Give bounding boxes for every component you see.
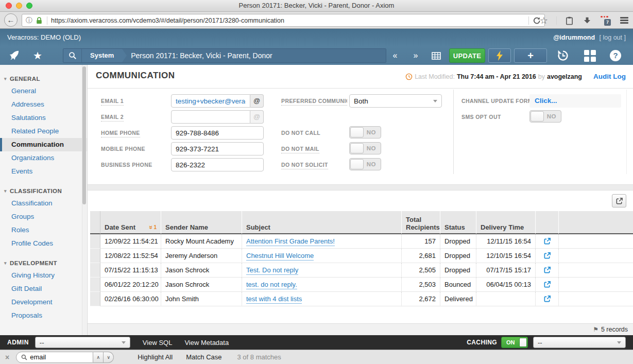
- subject-link[interactable]: test. do not reply.: [246, 281, 297, 289]
- mobile-phone-input[interactable]: [171, 142, 264, 155]
- by-label: by: [538, 73, 545, 80]
- sidebar-item-general[interactable]: General: [0, 84, 87, 98]
- subject-link[interactable]: Attention First Grade Parents!: [246, 237, 335, 246]
- find-input[interactable]: email: [16, 352, 93, 363]
- sidebar-item-salutations[interactable]: Salutations: [0, 111, 87, 125]
- menu-icon[interactable]: [620, 16, 628, 25]
- grid-view-icon[interactable]: [430, 46, 443, 65]
- email1-input[interactable]: [171, 94, 250, 108]
- column-header-total-recipients[interactable]: Total Recipients: [402, 211, 440, 234]
- sidebar-item-related-people[interactable]: Related People: [0, 125, 87, 138]
- open-record-button[interactable]: [536, 234, 559, 249]
- info-icon[interactable]: ⓘ: [26, 16, 32, 25]
- column-header-date-sent[interactable]: Date Sent »1: [100, 211, 161, 234]
- apps-grid-icon[interactable]: [582, 46, 597, 65]
- back-button[interactable]: ←: [4, 13, 18, 27]
- sidebar-section-classification[interactable]: ▾CLASSIFICATION: [0, 185, 87, 197]
- find-next-button[interactable]: ∨: [104, 352, 114, 363]
- open-record-button[interactable]: [536, 278, 559, 292]
- open-record-button[interactable]: [536, 292, 559, 306]
- highlight-all-button[interactable]: Highlight All: [138, 353, 173, 361]
- downloads-icon[interactable]: [583, 16, 591, 25]
- do-not-solicit-toggle[interactable]: NO: [349, 158, 381, 170]
- column-header-status[interactable]: Status: [440, 211, 476, 234]
- column-header-delivery-time[interactable]: Delivery Time: [476, 211, 536, 234]
- search-icon: [69, 51, 77, 60]
- admin-dropdown-2[interactable]: --: [533, 337, 626, 348]
- sidebar-item-profile-codes[interactable]: Profile Codes: [0, 237, 87, 250]
- cell-total-recipients: 2,672: [402, 292, 440, 306]
- column-header-subject[interactable]: Subject: [242, 211, 402, 234]
- email2-at-button[interactable]: @: [250, 110, 264, 124]
- sidebar-item-development[interactable]: Development: [0, 296, 87, 309]
- email2-input[interactable]: [171, 110, 250, 124]
- search-button[interactable]: [63, 49, 82, 62]
- email1-at-button[interactable]: @: [250, 94, 264, 108]
- sidebar-item-gift-detail[interactable]: Gift Detail: [0, 282, 87, 296]
- channel-update-form-link[interactable]: Click...: [535, 97, 557, 105]
- column-header-sender-name[interactable]: Sender Name: [161, 211, 242, 234]
- sidebar-item-events[interactable]: Events: [0, 165, 87, 178]
- match-case-button[interactable]: Match Case: [186, 353, 221, 361]
- launch-icon[interactable]: [6, 46, 22, 65]
- open-in-new-window-button[interactable]: [612, 194, 626, 207]
- url-text[interactable]: https://axiom.veracross.com/vcdemo3/#/de…: [51, 17, 525, 24]
- back-icon: ←: [7, 15, 15, 24]
- section-divider: [88, 184, 633, 190]
- home-phone-input[interactable]: [171, 126, 264, 140]
- subject-link[interactable]: test with 4 dist lists: [246, 295, 302, 304]
- sidebar-item-groups[interactable]: Groups: [0, 210, 87, 223]
- sms-opt-out-toggle[interactable]: NO: [529, 110, 561, 123]
- history-icon[interactable]: [555, 46, 571, 65]
- window-close-button[interactable]: [6, 3, 12, 9]
- cell-status: Dropped: [440, 263, 476, 278]
- help-icon[interactable]: ?: [608, 46, 623, 65]
- divider: [47, 16, 47, 25]
- breadcrumb-system[interactable]: System: [82, 49, 122, 62]
- window-zoom-button[interactable]: [26, 3, 32, 9]
- close-icon[interactable]: ×: [5, 353, 9, 361]
- audit-log-link[interactable]: Audit Log: [593, 73, 626, 80]
- view-sql-link[interactable]: View SQL: [143, 339, 173, 346]
- admin-dropdown[interactable]: --: [35, 337, 130, 348]
- prev-record-button[interactable]: «: [389, 46, 401, 65]
- sidebar-item-organizations[interactable]: Organizations: [0, 151, 87, 165]
- sidebar-item-roles[interactable]: Roles: [0, 223, 87, 237]
- caching-toggle[interactable]: ON: [501, 337, 528, 348]
- cell-sender-name: Jason Schrock: [161, 278, 242, 292]
- sidebar-item-proposals[interactable]: Proposals: [0, 309, 87, 322]
- business-phone-input[interactable]: [171, 158, 264, 171]
- chevron-down-icon: ▾: [4, 261, 7, 266]
- sidebar-item-communication[interactable]: Communication: [0, 138, 87, 151]
- bookmark-star-icon[interactable]: ☆: [540, 15, 548, 26]
- subject-link[interactable]: Chestnut Hill Welcome: [246, 252, 314, 261]
- update-button[interactable]: UPDATE: [449, 48, 485, 63]
- chevron-down-icon: [617, 341, 621, 344]
- add-button[interactable]: +: [514, 48, 547, 63]
- last-modified-value: Thu 7:44 am - Apr 21 2016: [457, 73, 536, 80]
- sidebar-item-giving-history[interactable]: Giving History: [0, 269, 87, 282]
- open-record-button[interactable]: [536, 249, 559, 263]
- subject-link[interactable]: Test. Do not reply: [246, 266, 298, 275]
- do-not-mail-toggle[interactable]: NO: [349, 142, 381, 154]
- window-minimize-button[interactable]: [16, 3, 22, 9]
- next-record-button[interactable]: »: [409, 46, 422, 65]
- sidebar-scrollbar[interactable]: [82, 65, 87, 335]
- preferred-communication-select[interactable]: Both: [349, 94, 442, 108]
- sidebar-item-addresses[interactable]: Addresses: [0, 98, 87, 111]
- sidebar-item-classification[interactable]: Classification: [0, 197, 87, 210]
- logout-link[interactable]: [ log out ]: [600, 34, 626, 41]
- do-not-call-toggle[interactable]: NO: [349, 126, 381, 138]
- favorites-star-icon[interactable]: ★: [30, 46, 45, 65]
- row-header-cell: [90, 234, 100, 249]
- url-bar[interactable]: ⓘ https://axiom.veracross.com/vcdemo3/#/…: [22, 14, 545, 27]
- open-record-button[interactable]: [536, 263, 559, 278]
- quick-actions-button[interactable]: [488, 48, 511, 63]
- cell-empty: [559, 234, 633, 249]
- sidebar-section-development[interactable]: ▾DEVELOPMENT: [0, 257, 87, 269]
- view-metadata-link[interactable]: View Metadata: [184, 339, 229, 346]
- reading-list-icon[interactable]: [565, 16, 574, 25]
- sidebar-section-general[interactable]: ▾GENERAL: [0, 73, 87, 84]
- extension-icon[interactable]: 7: [601, 15, 611, 26]
- find-previous-button[interactable]: ∧: [93, 352, 104, 363]
